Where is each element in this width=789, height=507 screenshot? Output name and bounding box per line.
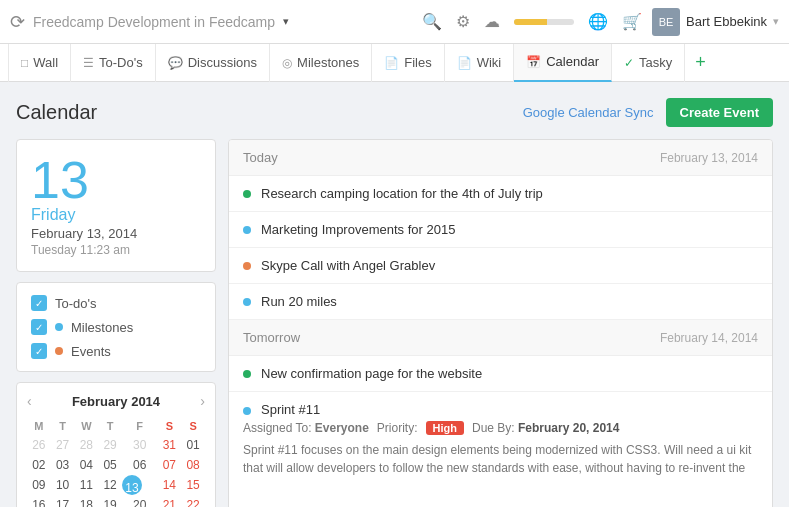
workspace-dropdown[interactable]: ▾ bbox=[283, 15, 289, 28]
sprint-meta: Assigned To: Everyone Priority: High Due… bbox=[243, 421, 758, 435]
events-scroll-area[interactable]: Today February 13, 2014 Research camping… bbox=[229, 140, 772, 480]
cal-day[interactable]: 16 bbox=[27, 495, 51, 507]
search-icon[interactable]: 🔍 bbox=[422, 12, 442, 31]
todos-checkbox[interactable]: ✓ bbox=[31, 295, 47, 311]
tab-todos-label: To-Do's bbox=[99, 55, 143, 70]
mini-cal-header: ‹ February 2014 › bbox=[27, 393, 205, 409]
events-checkbox[interactable]: ✓ bbox=[31, 343, 47, 359]
add-tab-button[interactable]: + bbox=[685, 52, 716, 73]
cal-header-mon: M bbox=[27, 417, 51, 435]
tab-wall-label: Wall bbox=[33, 55, 58, 70]
cal-header-sun: S bbox=[181, 417, 205, 435]
cal-day[interactable]: 04 bbox=[74, 455, 98, 475]
tab-todos[interactable]: ☰ To-Do's bbox=[71, 44, 156, 82]
create-event-button[interactable]: Create Event bbox=[666, 98, 773, 127]
tab-discussions[interactable]: 💬 Discussions bbox=[156, 44, 270, 82]
date-full: February 13, 2014 bbox=[31, 226, 201, 241]
sprint-due-label: Due By: February 20, 2014 bbox=[472, 421, 619, 435]
cal-day[interactable]: 29 bbox=[98, 435, 122, 455]
top-nav: ⟳ Freedcamp Development in Feedcamp ▾ 🔍 … bbox=[0, 0, 789, 44]
user-dropdown-icon: ▾ bbox=[773, 15, 779, 28]
cal-day[interactable]: 21 bbox=[157, 495, 181, 507]
username: Bart Ebbekink bbox=[686, 14, 767, 29]
cal-day[interactable]: 17 bbox=[51, 495, 75, 507]
files-tab-icon: 📄 bbox=[384, 56, 399, 70]
cal-day[interactable]: 18 bbox=[74, 495, 98, 507]
event-title: Run 20 miles bbox=[261, 294, 337, 309]
cart-icon[interactable]: 🛒 bbox=[622, 12, 642, 31]
app-logo-icon: ⟳ bbox=[10, 11, 25, 33]
calendar-tab-icon: 📅 bbox=[526, 55, 541, 69]
cal-day[interactable]: 22 bbox=[181, 495, 205, 507]
sprint-priority-badge: High bbox=[426, 421, 464, 435]
cal-day[interactable]: 02 bbox=[27, 455, 51, 475]
cal-day[interactable]: 20 bbox=[122, 495, 158, 507]
cal-day[interactable]: 15 bbox=[181, 475, 205, 495]
cal-day[interactable]: 05 bbox=[98, 455, 122, 475]
cal-day[interactable]: 11 bbox=[74, 475, 98, 495]
tab-files-label: Files bbox=[404, 55, 431, 70]
sprint-description: Sprint #11 focuses on the main design el… bbox=[243, 441, 758, 480]
cal-day[interactable]: 08 bbox=[181, 455, 205, 475]
tab-wiki-label: Wiki bbox=[477, 55, 502, 70]
date-day-name: Friday bbox=[31, 206, 201, 224]
top-nav-left: ⟳ Freedcamp Development in Feedcamp ▾ bbox=[10, 11, 412, 33]
next-month-button[interactable]: › bbox=[200, 393, 205, 409]
cal-day[interactable]: 09 bbox=[27, 475, 51, 495]
today-section-header: Today February 13, 2014 bbox=[229, 140, 772, 176]
event-title: Research camping location for the 4th of… bbox=[261, 186, 543, 201]
wiki-tab-icon: 📄 bbox=[457, 56, 472, 70]
event-title: Skype Call with Angel Grablev bbox=[261, 258, 435, 273]
mini-calendar: ‹ February 2014 › M T W T F S S bbox=[16, 382, 216, 507]
tab-calendar[interactable]: 📅 Calendar bbox=[514, 44, 612, 82]
settings-icon[interactable]: ⚙ bbox=[456, 12, 470, 31]
globe-icon[interactable]: 🌐 bbox=[588, 12, 608, 31]
cal-day[interactable]: 01 bbox=[181, 435, 205, 455]
cal-header-tue: T bbox=[51, 417, 75, 435]
tab-files[interactable]: 📄 Files bbox=[372, 44, 444, 82]
cal-day[interactable]: 07 bbox=[157, 455, 181, 475]
cal-day[interactable]: 30 bbox=[122, 435, 158, 455]
progress-bar-container bbox=[514, 19, 574, 25]
cal-day[interactable]: 31 bbox=[157, 435, 181, 455]
cal-day[interactable]: 12 bbox=[98, 475, 122, 495]
tab-milestones-label: Milestones bbox=[297, 55, 359, 70]
cal-day[interactable]: 10 bbox=[51, 475, 75, 495]
tab-wall[interactable]: □ Wall bbox=[8, 44, 71, 82]
event-item: Marketing Improvements for 2015 bbox=[229, 212, 772, 248]
cal-day[interactable]: 14 bbox=[157, 475, 181, 495]
legend-events[interactable]: ✓ Events bbox=[31, 343, 201, 359]
cal-day today[interactable]: 13 bbox=[122, 475, 142, 495]
mini-cal-month-label: February 2014 bbox=[72, 394, 160, 409]
tab-tasky[interactable]: ✓ Tasky bbox=[612, 44, 685, 82]
milestones-dot bbox=[55, 323, 63, 331]
legend-milestones[interactable]: ✓ Milestones bbox=[31, 319, 201, 335]
tab-calendar-label: Calendar bbox=[546, 54, 599, 69]
tab-discussions-label: Discussions bbox=[188, 55, 257, 70]
event-dot-blue bbox=[243, 226, 251, 234]
cal-day[interactable]: 03 bbox=[51, 455, 75, 475]
google-calendar-sync-link[interactable]: Google Calendar Sync bbox=[523, 105, 654, 120]
cloud-icon[interactable]: ☁ bbox=[484, 12, 500, 31]
event-item: Research camping location for the 4th of… bbox=[229, 176, 772, 212]
tab-wiki[interactable]: 📄 Wiki bbox=[445, 44, 515, 82]
top-nav-icons: 🔍 ⚙ ☁ 🌐 🛒 bbox=[422, 12, 642, 31]
cal-day[interactable]: 26 bbox=[27, 435, 51, 455]
tab-milestones[interactable]: ◎ Milestones bbox=[270, 44, 372, 82]
cal-day[interactable]: 27 bbox=[51, 435, 75, 455]
cal-day[interactable]: 19 bbox=[98, 495, 122, 507]
prev-month-button[interactable]: ‹ bbox=[27, 393, 32, 409]
todos-legend-label: To-do's bbox=[55, 296, 97, 311]
left-panel: 13 Friday February 13, 2014 Tuesday 11:2… bbox=[16, 139, 216, 507]
avatar: BE bbox=[652, 8, 680, 36]
cal-day[interactable]: 28 bbox=[74, 435, 98, 455]
page-title: Calendar bbox=[16, 101, 97, 124]
milestones-checkbox[interactable]: ✓ bbox=[31, 319, 47, 335]
cal-day[interactable]: 06 bbox=[122, 455, 158, 475]
milestones-tab-icon: ◎ bbox=[282, 56, 292, 70]
sprint-assigned-label: Assigned To: Everyone bbox=[243, 421, 369, 435]
page-header: Calendar Google Calendar Sync Create Eve… bbox=[16, 98, 773, 127]
legend-todos[interactable]: ✓ To-do's bbox=[31, 295, 201, 311]
user-menu[interactable]: BE Bart Ebbekink ▾ bbox=[652, 8, 779, 36]
event-title: New confirmation page for the website bbox=[261, 366, 482, 381]
